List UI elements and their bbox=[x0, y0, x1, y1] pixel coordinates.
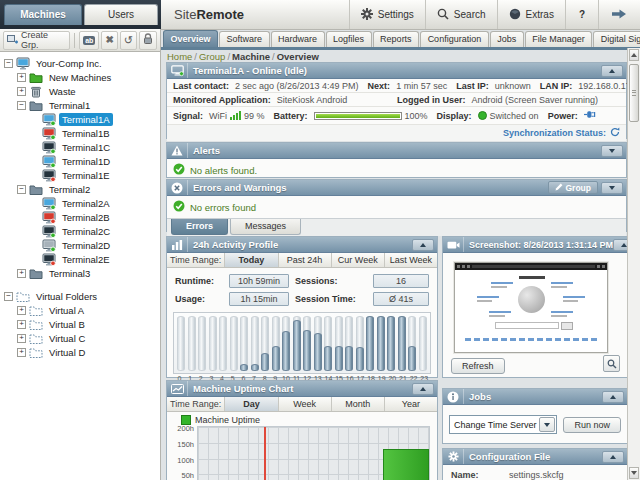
uptime-range-month[interactable]: Month bbox=[331, 397, 384, 411]
run-now-button[interactable]: Run now bbox=[563, 417, 621, 433]
collapse-button[interactable] bbox=[412, 383, 434, 395]
screenshot-panel-header: Screenshot: 8/26/2013 1:31:14 PM bbox=[443, 237, 627, 253]
tree-item-new-machines[interactable]: +New Machines bbox=[0, 70, 160, 84]
breadcrumb-home[interactable]: Home bbox=[167, 51, 192, 62]
tree-item-terminal2c[interactable]: Terminal2C bbox=[0, 224, 160, 238]
vertical-scrollbar[interactable] bbox=[627, 48, 640, 480]
rename-button[interactable]: ab bbox=[79, 31, 99, 50]
tree-item-virtual-folders[interactable]: −Virtual Folders bbox=[0, 289, 160, 303]
tree-item-your-comp-inc[interactable]: −Your-Comp Inc. bbox=[0, 56, 160, 70]
activity-bar-hour-19 bbox=[377, 316, 385, 371]
tree-item-terminal1c[interactable]: Terminal1C bbox=[0, 140, 160, 154]
job-select[interactable]: Change Time Server bbox=[449, 415, 557, 434]
tree-item-terminal1e[interactable]: Terminal1E bbox=[0, 168, 160, 182]
tree-item-virtual-d[interactable]: +Virtual D bbox=[0, 345, 160, 359]
tree-item-terminal2e[interactable]: Terminal2E bbox=[0, 252, 160, 266]
magnify-screenshot-button[interactable] bbox=[603, 355, 620, 372]
tab-logfiles[interactable]: Logfiles bbox=[326, 31, 372, 47]
activity-range-past-24h[interactable]: Past 24h bbox=[278, 253, 331, 267]
collapse-expander-icon[interactable]: − bbox=[4, 59, 13, 68]
help-button[interactable]: ? bbox=[565, 0, 598, 29]
expand-expander-icon[interactable]: + bbox=[17, 306, 26, 315]
activity-range-today[interactable]: Today bbox=[224, 253, 277, 267]
tree-item-label: Terminal2 bbox=[46, 183, 93, 196]
sync-status-link[interactable]: Synchronization Status: bbox=[167, 125, 626, 141]
create-group-button[interactable]: Create Grp. bbox=[3, 31, 70, 50]
refresh-screenshot-button[interactable]: Refresh bbox=[451, 358, 505, 374]
tab-digital-signage[interactable]: Digital Signage bbox=[593, 31, 640, 47]
collapse-button[interactable] bbox=[601, 65, 623, 77]
activity-range-cur-week[interactable]: Cur Week bbox=[331, 253, 384, 267]
tab-errors[interactable]: Errors bbox=[171, 219, 228, 235]
tab-software[interactable]: Software bbox=[219, 31, 270, 47]
tree-item-terminal1d[interactable]: Terminal1D bbox=[0, 154, 160, 168]
pc-red-green-icon bbox=[42, 127, 56, 140]
activity-bar-hour-0 bbox=[177, 316, 185, 371]
tree-item-virtual-b[interactable]: +Virtual B bbox=[0, 317, 160, 331]
gear-icon bbox=[361, 8, 373, 22]
expand-expander-icon[interactable]: + bbox=[17, 348, 26, 357]
uptime-chart: 200h150h100h50h bbox=[171, 426, 437, 480]
current-time-marker bbox=[264, 427, 266, 480]
tab-jobs[interactable]: Jobs bbox=[490, 31, 524, 47]
browser-toolbar bbox=[455, 263, 607, 270]
tree-item-waste[interactable]: +Waste bbox=[0, 84, 160, 98]
tab-overview[interactable]: Overview bbox=[163, 30, 218, 47]
tab-messages[interactable]: Messages bbox=[230, 219, 301, 235]
uptime-range-week[interactable]: Week bbox=[278, 397, 331, 411]
refresh-tree-button[interactable]: ↺ bbox=[120, 31, 137, 50]
expand-expander-icon[interactable]: + bbox=[17, 334, 26, 343]
main-content: OverviewSoftwareHardwareLogfilesReportsC… bbox=[161, 29, 640, 480]
collapse-button[interactable] bbox=[601, 145, 623, 157]
expand-expander-icon[interactable]: + bbox=[17, 73, 26, 82]
scroll-down-button[interactable] bbox=[629, 467, 639, 479]
tab-users[interactable]: Users bbox=[84, 4, 158, 25]
bar-value-cylinder bbox=[261, 353, 269, 371]
logout-button[interactable] bbox=[598, 0, 640, 29]
tree-item-virtual-c[interactable]: +Virtual C bbox=[0, 331, 160, 345]
collapse-button[interactable] bbox=[602, 451, 624, 463]
activity-range-last-week[interactable]: Last Week bbox=[384, 253, 437, 267]
tree-item-terminal2d[interactable]: Terminal2D bbox=[0, 238, 160, 252]
tree-item-terminal1a[interactable]: Terminal1A bbox=[0, 112, 160, 126]
expand-expander-icon[interactable]: + bbox=[17, 269, 26, 278]
group-button[interactable]: Group bbox=[548, 181, 599, 194]
group-button-label: Group bbox=[566, 183, 592, 193]
lock-button[interactable] bbox=[139, 31, 157, 50]
expand-expander-icon[interactable]: + bbox=[17, 87, 26, 96]
tab-file-manager[interactable]: File Manager bbox=[525, 31, 593, 47]
settings-button[interactable]: Settings bbox=[349, 0, 425, 29]
folder-icon bbox=[29, 99, 43, 112]
tab-configuration[interactable]: Configuration bbox=[420, 31, 489, 47]
tree-item-terminal1b[interactable]: Terminal1B bbox=[0, 126, 160, 140]
collapse-expander-icon[interactable]: − bbox=[4, 292, 13, 301]
tab-hardware[interactable]: Hardware bbox=[271, 31, 325, 47]
tree-item-terminal2a[interactable]: Terminal2A bbox=[0, 196, 160, 210]
monitored-app-value: SiteKiosk Android bbox=[277, 95, 348, 105]
bar-value-cylinder bbox=[293, 320, 301, 371]
collapse-button[interactable] bbox=[412, 239, 434, 251]
activity-bar-hour-21 bbox=[398, 316, 406, 371]
tree-item-terminal2b[interactable]: Terminal2B bbox=[0, 210, 160, 224]
scrollbar-thumb[interactable] bbox=[629, 64, 639, 122]
tab-machines[interactable]: Machines bbox=[4, 4, 82, 25]
collapse-button[interactable] bbox=[601, 182, 623, 194]
bar-value-cylinder bbox=[251, 364, 259, 371]
tree-item-terminal1[interactable]: −Terminal1 bbox=[0, 98, 160, 112]
tab-reports[interactable]: Reports bbox=[373, 31, 420, 47]
collapse-expander-icon[interactable]: − bbox=[17, 101, 26, 110]
collapse-expander-icon[interactable]: − bbox=[17, 185, 26, 194]
search-button[interactable]: Search bbox=[425, 0, 497, 29]
tree-item-terminal2[interactable]: −Terminal2 bbox=[0, 182, 160, 196]
delete-button[interactable]: ✖ bbox=[101, 31, 117, 50]
breadcrumb-group[interactable]: Group bbox=[199, 51, 225, 62]
extras-button[interactable]: Extras bbox=[497, 0, 565, 29]
collapse-button[interactable] bbox=[602, 391, 624, 403]
tree-item-terminal3[interactable]: +Terminal3 bbox=[0, 266, 160, 280]
screenshot-thumbnail[interactable] bbox=[454, 262, 608, 353]
uptime-range-day[interactable]: Day bbox=[224, 397, 277, 411]
expand-expander-icon[interactable]: + bbox=[17, 320, 26, 329]
uptime-range-year[interactable]: Year bbox=[384, 397, 437, 411]
scroll-up-button[interactable] bbox=[629, 49, 639, 61]
tree-item-virtual-a[interactable]: +Virtual A bbox=[0, 303, 160, 317]
